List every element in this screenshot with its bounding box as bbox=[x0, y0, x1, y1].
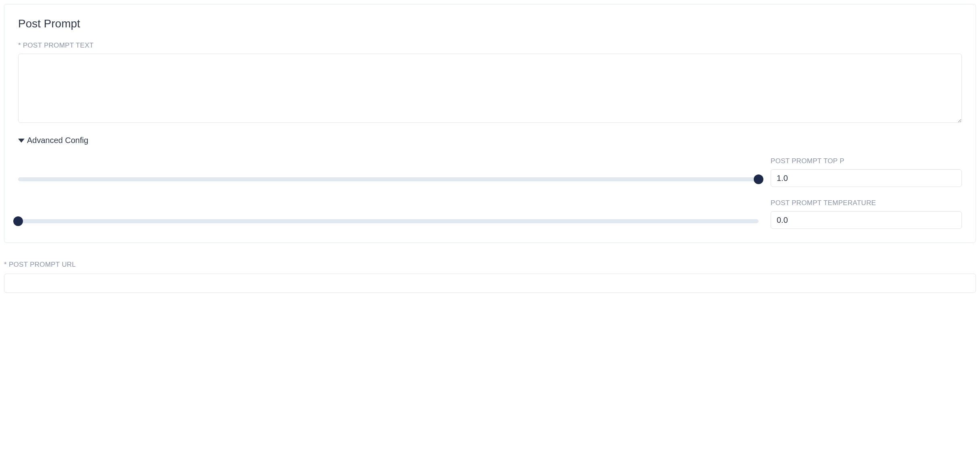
top-p-value-col: POST PROMPT TOP P bbox=[771, 157, 962, 187]
temperature-label: POST PROMPT TEMPERATURE bbox=[771, 199, 962, 207]
top-p-slider[interactable] bbox=[18, 177, 759, 181]
post-prompt-card: Post Prompt * POST PROMPT TEXT Advanced … bbox=[4, 4, 976, 243]
top-p-label: POST PROMPT TOP P bbox=[771, 157, 962, 165]
temperature-row: POST PROMPT TEMPERATURE bbox=[18, 199, 962, 229]
top-p-slider-wrap bbox=[18, 177, 759, 187]
post-prompt-text-label: * POST PROMPT TEXT bbox=[18, 42, 962, 50]
post-prompt-text-input[interactable] bbox=[18, 54, 962, 123]
temperature-value-col: POST PROMPT TEMPERATURE bbox=[771, 199, 962, 229]
card-title: Post Prompt bbox=[18, 17, 962, 30]
post-prompt-url-label: * POST PROMPT URL bbox=[4, 261, 976, 269]
post-prompt-url-field: * POST PROMPT URL bbox=[4, 261, 976, 293]
advanced-config-label: Advanced Config bbox=[27, 136, 88, 145]
post-prompt-url-input[interactable] bbox=[4, 274, 976, 293]
top-p-input[interactable] bbox=[771, 169, 962, 187]
top-p-row: POST PROMPT TOP P bbox=[18, 157, 962, 187]
temperature-slider-wrap bbox=[18, 219, 759, 229]
temperature-slider-thumb[interactable] bbox=[13, 216, 23, 226]
temperature-input[interactable] bbox=[771, 211, 962, 229]
top-p-slider-thumb[interactable] bbox=[754, 174, 763, 184]
temperature-slider[interactable] bbox=[18, 219, 759, 223]
triangle-down-icon bbox=[18, 139, 25, 143]
advanced-config-toggle[interactable]: Advanced Config bbox=[18, 136, 962, 145]
